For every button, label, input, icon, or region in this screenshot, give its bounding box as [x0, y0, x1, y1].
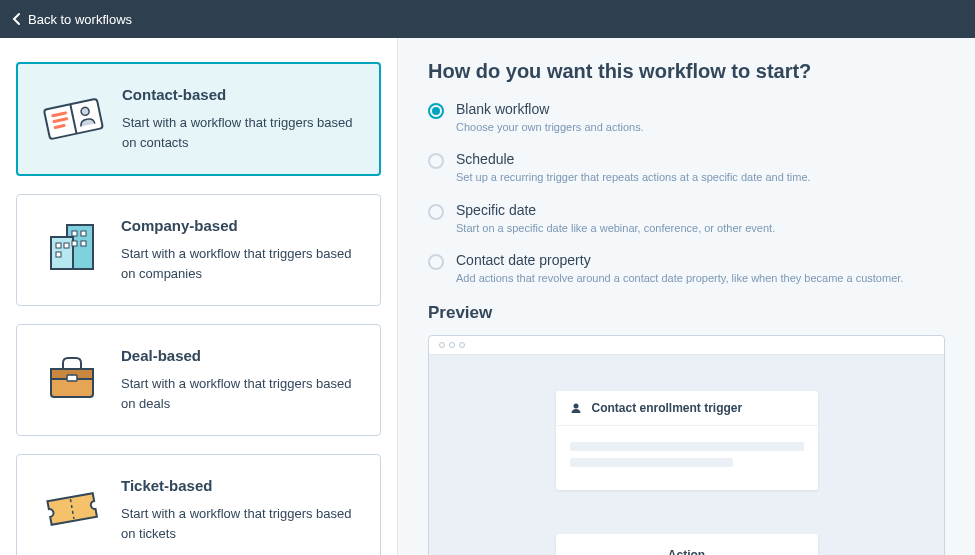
type-desc: Start with a workflow that triggers base…	[121, 374, 360, 413]
option-contact-date-property[interactable]: Contact date property Add actions that r…	[428, 252, 945, 286]
option-desc: Add actions that revolve around a contac…	[456, 271, 903, 286]
option-blank-workflow[interactable]: Blank workflow Choose your own triggers …	[428, 101, 945, 135]
type-desc: Start with a workflow that triggers base…	[121, 244, 360, 283]
type-desc: Start with a workflow that triggers base…	[122, 113, 359, 152]
option-schedule[interactable]: Schedule Set up a recurring trigger that…	[428, 151, 945, 185]
ticket-icon	[37, 477, 107, 539]
option-specific-date[interactable]: Specific date Start on a specific date l…	[428, 202, 945, 236]
radio-icon	[428, 254, 444, 270]
option-title: Schedule	[456, 151, 811, 167]
action-card-title: Action	[668, 548, 705, 555]
svg-rect-7	[51, 237, 73, 269]
type-title: Company-based	[121, 217, 360, 234]
preview-heading: Preview	[428, 303, 945, 323]
svg-rect-11	[81, 241, 86, 246]
person-icon	[570, 402, 582, 414]
type-desc: Start with a workflow that triggers base…	[121, 504, 360, 543]
start-options-panel: How do you want this workflow to start? …	[398, 38, 975, 555]
back-link-label: Back to workflows	[28, 12, 132, 27]
option-title: Contact date property	[456, 252, 903, 268]
trigger-card: Contact enrollment trigger	[556, 391, 818, 490]
svg-rect-9	[81, 231, 86, 236]
trigger-card-title: Contact enrollment trigger	[592, 401, 743, 415]
deal-icon	[37, 347, 107, 409]
preview-container: Contact enrollment trigger Action	[428, 335, 945, 555]
window-dots-icon	[429, 336, 944, 355]
svg-rect-13	[64, 243, 69, 248]
svg-rect-14	[56, 252, 61, 257]
radio-icon	[428, 153, 444, 169]
back-to-workflows-link[interactable]: Back to workflows	[12, 12, 132, 27]
chevron-left-icon	[12, 12, 22, 26]
type-title: Ticket-based	[121, 477, 360, 494]
svg-rect-8	[72, 231, 77, 236]
type-title: Deal-based	[121, 347, 360, 364]
action-card: Action	[556, 534, 818, 555]
panel-heading: How do you want this workflow to start?	[428, 60, 945, 83]
preview-canvas: Contact enrollment trigger Action	[429, 355, 944, 555]
radio-icon	[428, 103, 444, 119]
option-desc: Set up a recurring trigger that repeats …	[456, 170, 811, 185]
option-title: Blank workflow	[456, 101, 644, 117]
app-header: Back to workflows	[0, 0, 975, 38]
type-title: Contact-based	[122, 86, 359, 103]
svg-rect-17	[67, 375, 77, 381]
svg-rect-10	[72, 241, 77, 246]
svg-point-19	[573, 403, 578, 408]
workflow-type-panel: Contact-based Start with a workflow that…	[0, 38, 398, 555]
type-card-deal[interactable]: Deal-based Start with a workflow that tr…	[16, 324, 381, 436]
option-title: Specific date	[456, 202, 775, 218]
radio-icon	[428, 204, 444, 220]
skeleton-line	[570, 458, 734, 467]
type-card-ticket[interactable]: Ticket-based Start with a workflow that …	[16, 454, 381, 555]
type-card-company[interactable]: Company-based Start with a workflow that…	[16, 194, 381, 306]
company-icon	[37, 217, 107, 279]
contact-icon	[38, 86, 108, 148]
type-card-contact[interactable]: Contact-based Start with a workflow that…	[16, 62, 381, 176]
option-desc: Choose your own triggers and actions.	[456, 120, 644, 135]
skeleton-line	[570, 442, 804, 451]
main-content: Contact-based Start with a workflow that…	[0, 38, 975, 555]
option-desc: Start on a specific date like a webinar,…	[456, 221, 775, 236]
svg-point-5	[80, 107, 89, 116]
svg-rect-12	[56, 243, 61, 248]
